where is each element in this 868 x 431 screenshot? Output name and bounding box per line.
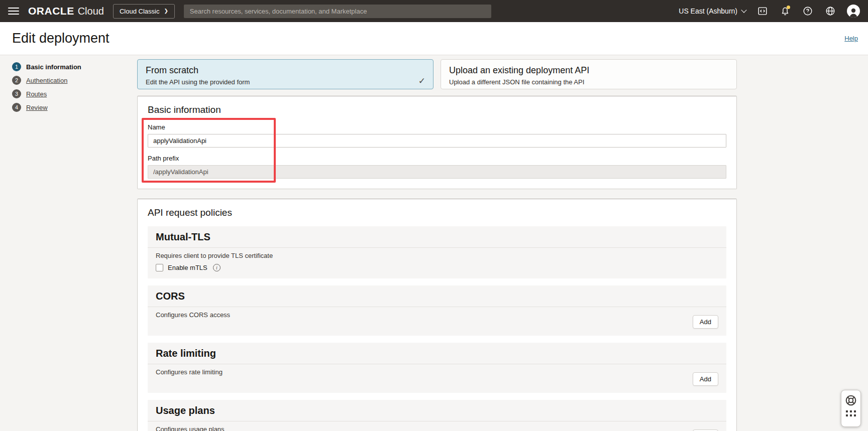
- notification-badge: [787, 6, 790, 9]
- path-prefix-input: [148, 165, 726, 179]
- brand-cloud: Cloud: [78, 6, 104, 17]
- mutual-tls-title: Mutual-TLS: [148, 226, 726, 247]
- upload-card-title: Upload an existing deployment API: [449, 65, 728, 76]
- api-request-policies-panel: API request policies Mutual-TLS Requires…: [137, 199, 737, 431]
- rate-limiting-add-button[interactable]: Add: [693, 372, 718, 386]
- region-selector[interactable]: US East (Ashburn): [679, 7, 746, 15]
- stepper-item-authentication[interactable]: 2 Authentication: [12, 76, 137, 85]
- from-scratch-card[interactable]: From scratch Edit the API using the prov…: [137, 59, 433, 89]
- basic-information-title: Basic information: [148, 104, 726, 115]
- page-header: Edit deployment Help: [0, 22, 868, 55]
- cors-description: Configures CORS access: [156, 311, 230, 319]
- rate-limiting-title: Rate limiting: [148, 343, 726, 364]
- policy-mutual-tls: Mutual-TLS Requires client to provide TL…: [148, 226, 726, 278]
- policy-usage-plans: Usage plans Configures usage plans Add: [148, 400, 726, 431]
- notifications-bell-icon[interactable]: [779, 5, 791, 17]
- cors-title: CORS: [148, 285, 726, 307]
- drag-dots-icon: [846, 410, 856, 416]
- step-label: Review: [26, 104, 48, 111]
- step-number: 1: [12, 62, 21, 71]
- stepper-item-review[interactable]: 4 Review: [12, 103, 137, 112]
- policy-cors: CORS Configures CORS access Add: [148, 285, 726, 336]
- step-label: Routes: [26, 90, 47, 98]
- from-scratch-title: From scratch: [146, 65, 425, 76]
- mutual-tls-description: Requires client to provide TLS certifica…: [156, 252, 718, 259]
- stepper-item-routes[interactable]: 3 Routes: [12, 89, 137, 98]
- from-scratch-subtitle: Edit the API using the provided form: [146, 78, 425, 86]
- region-label: US East (Ashburn): [679, 7, 737, 15]
- step-label: Basic information: [26, 63, 81, 71]
- upload-card-subtitle: Upload a different JSON file containing …: [449, 78, 728, 86]
- life-ring-icon: [844, 394, 857, 407]
- cloud-classic-label: Cloud Classic: [120, 8, 159, 15]
- api-source-cards: From scratch Edit the API using the prov…: [137, 59, 737, 89]
- rate-limiting-description: Configures rate limiting: [156, 368, 223, 376]
- enable-mtls-checkbox[interactable]: [156, 264, 163, 271]
- oracle-cloud-logo[interactable]: ORACLE Cloud: [28, 5, 104, 17]
- api-request-policies-title: API request policies: [148, 207, 726, 218]
- language-globe-icon[interactable]: [824, 5, 836, 17]
- step-number: 4: [12, 103, 21, 112]
- stepper-item-basic-information[interactable]: 1 Basic information: [12, 62, 137, 71]
- check-icon: ✓: [418, 76, 425, 86]
- info-icon[interactable]: i: [213, 264, 221, 271]
- policy-rate-limiting: Rate limiting Configures rate limiting A…: [148, 343, 726, 393]
- step-number: 3: [12, 89, 21, 98]
- wizard-stepper: 1 Basic information 2 Authentication 3 R…: [12, 59, 137, 431]
- chevron-down-icon: [741, 7, 746, 13]
- usage-plans-description: Configures usage plans: [156, 425, 225, 431]
- chevron-right-icon: ❯: [164, 9, 168, 14]
- support-widget[interactable]: [841, 390, 861, 427]
- profile-avatar[interactable]: [847, 5, 860, 18]
- enable-mtls-label: Enable mTLS: [168, 264, 207, 271]
- cors-add-button[interactable]: Add: [693, 315, 718, 329]
- name-input[interactable]: [148, 134, 726, 148]
- help-icon[interactable]: [802, 5, 814, 17]
- name-field-label: Name: [148, 123, 726, 131]
- basic-information-panel: Basic information Name Path prefix: [137, 96, 737, 189]
- usage-plans-title: Usage plans: [148, 400, 726, 421]
- upload-existing-api-card[interactable]: Upload an existing deployment API Upload…: [441, 59, 737, 89]
- help-link[interactable]: Help: [844, 35, 858, 42]
- cloud-classic-button[interactable]: Cloud Classic ❯: [113, 4, 175, 19]
- menu-icon[interactable]: [8, 8, 19, 15]
- step-label: Authentication: [26, 77, 67, 84]
- page-title: Edit deployment: [12, 31, 110, 46]
- brand-oracle: ORACLE: [28, 5, 74, 17]
- step-number: 2: [12, 76, 21, 85]
- path-prefix-label: Path prefix: [148, 155, 726, 162]
- search-input[interactable]: [184, 5, 491, 18]
- topbar: ORACLE Cloud Cloud Classic ❯ US East (As…: [0, 0, 868, 22]
- developer-tools-icon[interactable]: [756, 5, 769, 17]
